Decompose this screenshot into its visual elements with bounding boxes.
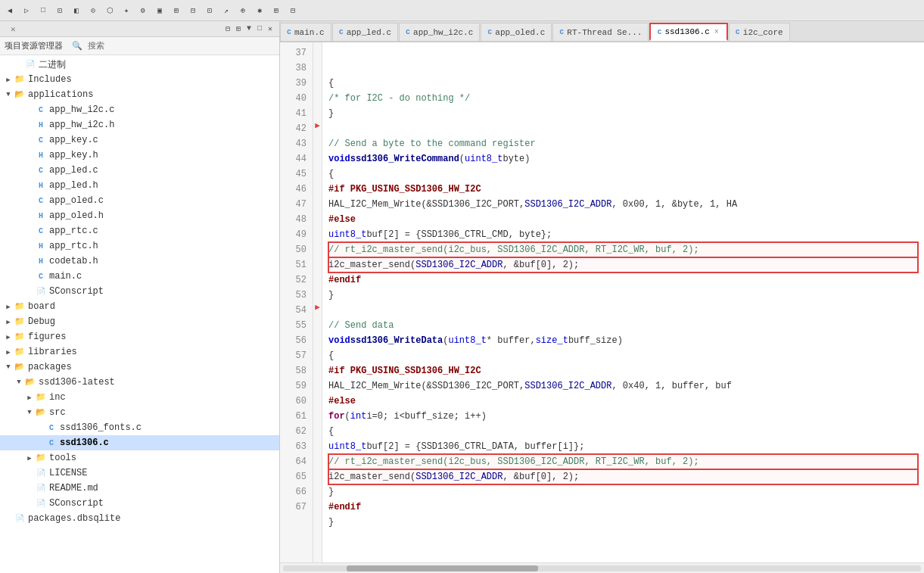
- code-line-59: for (int i=0; i<buff_size; i++): [328, 409, 918, 424]
- tree-item-app_hw_i2c_h[interactable]: Happ_hw_i2c.h: [0, 117, 279, 132]
- tree-item-app_key_c[interactable]: Capp_key.c: [0, 132, 279, 148]
- tree-item-app_key_h[interactable]: Happ_key.h: [0, 148, 279, 163]
- horizontal-scrollbar[interactable]: [283, 565, 921, 571]
- tree-item-main_c[interactable]: Cmain.c: [0, 269, 279, 284]
- tree-icon-packages_dbsqlite: 📄: [14, 512, 26, 525]
- tree-icon-app_key_c: C: [35, 134, 47, 146]
- gutter-row-40: [313, 88, 322, 103]
- tree-item-src[interactable]: ▼📂src: [0, 405, 279, 420]
- tree-icon-app_key_h: H: [35, 149, 47, 161]
- code-line-38: /* for I2C - do nothing */: [328, 91, 918, 106]
- tree-item-packages[interactable]: ▼📂packages: [0, 360, 279, 375]
- tree-icon-ssd1306_c: C: [45, 437, 58, 449]
- tree-item-codetab_h[interactable]: Hcodetab.h: [0, 254, 279, 269]
- line-num-67: 67: [286, 500, 306, 515]
- tree-item-app_rtc_c[interactable]: Capp_rtc.c: [0, 223, 279, 238]
- tree-item-libraries[interactable]: ▶📁libraries: [0, 344, 279, 360]
- tree-item-tools[interactable]: ▶📁tools: [0, 450, 279, 466]
- tree-label-app_led_h: app_led.h: [49, 180, 98, 191]
- tree-label-app_hw_i2c_h: app_hw_i2c.h: [49, 120, 114, 130]
- code-line-51: }: [328, 288, 918, 303]
- gutter-arrow-42: ▶: [315, 122, 320, 130]
- gutter-row-65: [313, 466, 322, 481]
- tree-item-includes[interactable]: ▶📁Includes: [0, 72, 279, 87]
- tree-item-app_led_c[interactable]: Capp_led.c: [0, 163, 279, 178]
- tab-app_led_c[interactable]: capp_led.c: [332, 23, 398, 41]
- tab-app_oled_c[interactable]: capp_oled.c: [481, 23, 552, 41]
- tree-icon-sconscript2: 📄: [35, 497, 47, 509]
- tree-item-debug[interactable]: ▶📁Debug: [0, 314, 279, 329]
- tree-icon-codetab_h: H: [35, 255, 47, 267]
- toolbar-icon-17: ⊞: [269, 4, 283, 17]
- toolbar: ◀ ▷ □ ⊡ ◧ ⊙ ⬡ ✦ ⚙ ▣ ⊞ ⊟ ⊡ ↗ ⊕ ✱ ⊞ ⊟: [0, 0, 924, 21]
- sidebar-expand-icon[interactable]: ⊞: [234, 23, 243, 34]
- tree-item-app_hw_i2c_c[interactable]: Capp_hw_i2c.c: [0, 102, 279, 117]
- toolbar-icon-15: ⊕: [236, 4, 250, 17]
- tab-main_c[interactable]: cmain.c: [280, 23, 331, 41]
- toolbar-icon-9: ⚙: [136, 4, 150, 17]
- tree-arrow-debug: ▶: [3, 318, 14, 326]
- code-line-53: // Send data: [328, 318, 918, 333]
- tree-item-app_oled_c[interactable]: Capp_oled.c: [0, 193, 279, 208]
- tree-label-app_key_h: app_key.h: [49, 150, 98, 160]
- tree-item-ssd1306_c[interactable]: Cssd1306.c: [0, 435, 279, 450]
- line-num-41: 41: [286, 106, 306, 121]
- toolbar-icon-7: ⬡: [103, 4, 117, 17]
- tree-label-sconscript1: SConscript: [49, 286, 104, 297]
- sidebar-menu-icon[interactable]: ▼: [244, 23, 254, 34]
- code-line-48: // rt_i2c_master_send(i2c_bus, SSD1306_I…: [328, 242, 918, 257]
- tree-item-readme[interactable]: 📄README.md: [0, 481, 279, 496]
- line-num-64: 64: [286, 454, 306, 469]
- gutter-row-57: [313, 345, 322, 360]
- tree-item-license[interactable]: 📄LICENSE: [0, 466, 279, 481]
- toolbar-icon-16: ✱: [253, 4, 266, 17]
- tree-item-board[interactable]: ▶📁board: [0, 299, 279, 314]
- tree-item-app_rtc_h[interactable]: Happ_rtc.h: [0, 238, 279, 254]
- sidebar-collapse-icon[interactable]: ⊟: [223, 23, 232, 34]
- tab-label-app_led_c: app_led.c: [347, 28, 391, 37]
- tab-icon-app_oled_c: c: [487, 28, 492, 36]
- line-num-54: 54: [286, 303, 306, 318]
- sidebar-close-icon[interactable]: ✕: [266, 23, 275, 34]
- tree-item-binary[interactable]: 📄二进制: [0, 57, 279, 72]
- gutter-row-49: [313, 224, 322, 239]
- tree-item-packages_dbsqlite[interactable]: 📄packages.dbsqlite: [0, 511, 279, 526]
- tree-item-app_oled_h[interactable]: Happ_oled.h: [0, 208, 279, 223]
- sidebar-tree[interactable]: 📄二进制▶📁Includes▼📂applicationsCapp_hw_i2c.…: [0, 55, 279, 573]
- gutter-row-52: [313, 269, 322, 285]
- gutter-row-46: [313, 179, 322, 194]
- tree-item-figures[interactable]: ▶📁figures: [0, 329, 279, 344]
- tree-item-ssd1306_fonts_c[interactable]: Cssd1306_fonts.c: [0, 420, 279, 435]
- tab-ssd1306_c[interactable]: cssd1306.c×: [649, 23, 727, 41]
- tab-app_hw_i2c_c[interactable]: capp_hw_i2c.c: [399, 23, 480, 41]
- tree-item-applications[interactable]: ▼📂applications: [0, 87, 279, 102]
- tree-item-inc[interactable]: ▶📁inc: [0, 390, 279, 405]
- code-area[interactable]: 3738394041424344454647484950515253545556…: [280, 42, 924, 562]
- tree-label-figures: figures: [28, 332, 66, 342]
- tab-i2c_core[interactable]: ci2c_core: [729, 23, 790, 41]
- tab-close-ssd1306_c[interactable]: ×: [713, 28, 720, 36]
- code-line-64: }: [328, 484, 918, 500]
- line-num-40: 40: [286, 91, 306, 106]
- code-line-66: }: [328, 515, 918, 530]
- tree-label-packages_dbsqlite: packages.dbsqlite: [28, 513, 120, 524]
- tree-item-sconscript1[interactable]: 📄SConscript: [0, 284, 279, 299]
- gutter-row-54: ▶: [313, 300, 322, 315]
- tree-item-ssd1306_latest[interactable]: ▼📂ssd1306-latest: [0, 375, 279, 390]
- code-line-60: {: [328, 424, 918, 439]
- tab-icon-ssd1306_c: c: [657, 28, 661, 36]
- tree-item-app_led_h[interactable]: Happ_led.h: [0, 178, 279, 193]
- tab-icon-rt_thread: c: [559, 28, 564, 36]
- scrollbar-thumb[interactable]: [347, 565, 538, 571]
- sidebar-max-icon[interactable]: □: [255, 23, 264, 34]
- search-label: 🔍 搜索: [72, 40, 104, 51]
- line-num-49: 49: [286, 227, 306, 242]
- tab-rt_thread[interactable]: cRT-Thread Se...: [552, 23, 649, 41]
- code-content[interactable]: { /* for I2C - do nothing */ } // Send a…: [322, 42, 924, 562]
- code-line-55: {: [328, 348, 918, 363]
- tree-icon-debug: 📁: [14, 316, 26, 328]
- tree-item-sconscript2[interactable]: 📄SConscript: [0, 496, 279, 511]
- tree-label-applications: applications: [28, 89, 93, 100]
- tree-icon-app_rtc_c: C: [35, 225, 47, 237]
- gutter-row-39: [313, 73, 322, 88]
